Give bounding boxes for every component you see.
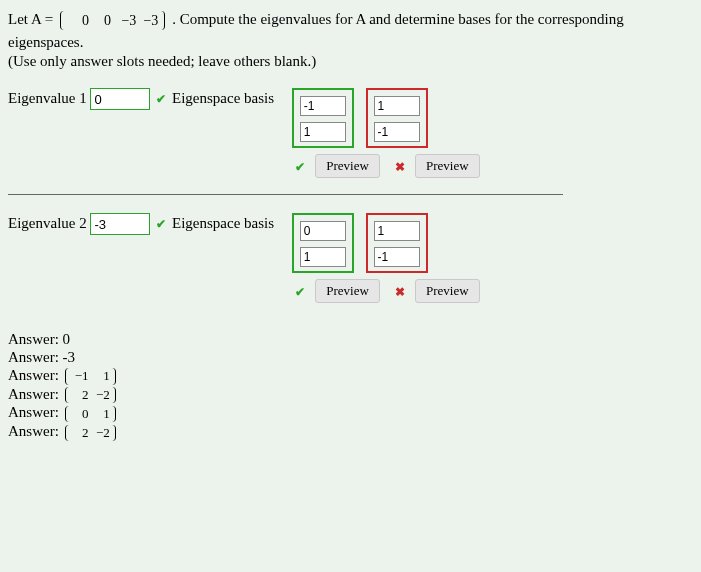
basis-2-v1-top[interactable] <box>300 221 346 241</box>
matrix-A: 00 −3−3 <box>60 11 166 30</box>
cross-icon: ✖ <box>393 160 407 174</box>
eigenspace-basis-1-label: Eigenspace basis <box>172 90 274 107</box>
eigenvalue-1-label: Eigenvalue 1 <box>8 90 87 107</box>
eigenvalue-1-row: Eigenvalue 1 ✔ Eigenspace basis ✔ Previe… <box>8 88 693 178</box>
answer-line: Answer: 2 −2 <box>8 423 693 441</box>
check-icon: ✔ <box>154 217 168 231</box>
preview-button[interactable]: Preview <box>415 154 480 178</box>
eigenvalue-2-row: Eigenvalue 2 ✔ Eigenspace basis ✔ Previe… <box>8 213 693 303</box>
answer-label: Answer: <box>8 423 59 439</box>
answer-vector: −1 1 <box>65 368 116 384</box>
check-icon: ✔ <box>293 160 307 174</box>
question-text: Let A = 00 −3−3 . Compute the eigenvalue… <box>8 8 693 53</box>
answer-line: Answer: −1 1 <box>8 367 693 385</box>
answer-line: Answer: 0 <box>8 331 693 348</box>
preview-button[interactable]: Preview <box>315 154 380 178</box>
basis-1-vector-2 <box>366 88 428 148</box>
answer-label: Answer: <box>8 386 59 402</box>
question-instruction: (Use only answer slots needed; leave oth… <box>8 53 693 70</box>
basis-1-v2-bot[interactable] <box>374 122 420 142</box>
basis-2-v1-bot[interactable] <box>300 247 346 267</box>
answer-label: Answer: <box>8 331 59 347</box>
answer-label: Answer: <box>8 404 59 420</box>
check-icon: ✔ <box>154 92 168 106</box>
answer-value: -3 <box>63 349 76 365</box>
basis-2-v2-bot[interactable] <box>374 247 420 267</box>
answers-block: Answer: 0 Answer: -3 Answer: −1 1 Answer… <box>8 331 693 441</box>
preview-button[interactable]: Preview <box>315 279 380 303</box>
preview-button[interactable]: Preview <box>415 279 480 303</box>
basis-1-v2-top[interactable] <box>374 96 420 116</box>
answer-vector: 2 −2 <box>65 387 116 403</box>
basis-2-vector-1 <box>292 213 354 273</box>
answer-label: Answer: <box>8 367 59 383</box>
eigenvalue-1-input[interactable] <box>90 88 150 110</box>
answer-line: Answer: -3 <box>8 349 693 366</box>
cross-icon: ✖ <box>393 285 407 299</box>
basis-2-vector-2 <box>366 213 428 273</box>
basis-1-v1-bot[interactable] <box>300 122 346 142</box>
eigenspace-basis-2-label: Eigenspace basis <box>172 215 274 232</box>
eigenvalue-2-label: Eigenvalue 2 <box>8 215 87 232</box>
basis-2-v2-top[interactable] <box>374 221 420 241</box>
answer-line: Answer: 0 1 <box>8 404 693 422</box>
separator <box>8 194 563 195</box>
eigenvalue-2-input[interactable] <box>90 213 150 235</box>
answer-vector: 0 1 <box>65 406 116 422</box>
basis-1-vector-1 <box>292 88 354 148</box>
basis-1-v1-top[interactable] <box>300 96 346 116</box>
answer-label: Answer: <box>8 349 59 365</box>
answer-vector: 2 −2 <box>65 425 116 441</box>
question-prefix: Let A = <box>8 11 57 27</box>
answer-value: 0 <box>63 331 71 347</box>
check-icon: ✔ <box>293 285 307 299</box>
answer-line: Answer: 2 −2 <box>8 386 693 404</box>
